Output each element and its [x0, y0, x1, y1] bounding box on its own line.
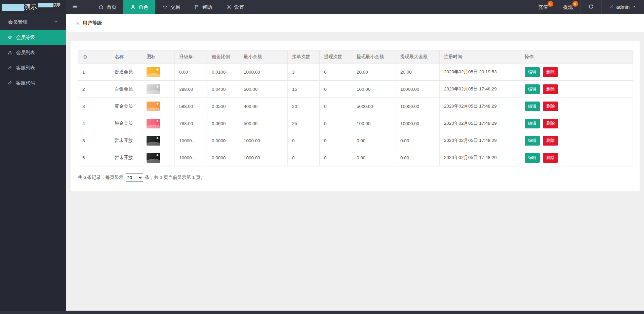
- nav-item-label: 角色: [138, 4, 148, 10]
- top-navbar: 演示 演示 首页角色交易帮助设置 充值0提现0admin: [0, 0, 644, 14]
- cell-upgrade: 588.00: [175, 98, 207, 115]
- refresh-button[interactable]: [580, 0, 601, 14]
- chevron-down-icon: [53, 19, 58, 25]
- sidebar-item-member-list[interactable]: 会员列表: [0, 45, 66, 60]
- cell-orders: 0: [288, 132, 320, 149]
- cell-name: 暂未开放: [110, 132, 142, 149]
- edit-button[interactable]: 编辑: [525, 84, 540, 94]
- cell-id: 1: [78, 64, 110, 81]
- cell-icon: ◆: [142, 115, 175, 132]
- edit-button[interactable]: 编辑: [525, 119, 540, 128]
- cell-actions: 编辑删除: [520, 132, 633, 149]
- sidebar-group-label: 会员管理: [8, 19, 28, 25]
- bottom-bar: [0, 311, 644, 314]
- level-card-icon: ◆: [147, 102, 160, 111]
- delete-button[interactable]: 删除: [543, 153, 558, 163]
- cell-reg_time: 2020年02月05日 17:48:29: [440, 115, 520, 132]
- cell-max_withdraw: 10000.00: [396, 81, 440, 98]
- navbar-recharge-button[interactable]: 充值0: [531, 0, 556, 14]
- sidebar-item-label: 客服代码: [16, 80, 35, 86]
- level-card-icon: ◆: [147, 67, 160, 77]
- nav-item-help[interactable]: 帮助: [187, 0, 219, 14]
- nav-menu: 首页角色交易帮助设置: [91, 0, 251, 14]
- navbar-withdraw-button[interactable]: 提现0: [556, 0, 580, 14]
- column-header-7: 提现次数: [320, 50, 352, 64]
- cell-actions: 编辑删除: [520, 98, 633, 115]
- member-level-table: ID名称图标升级条...佣金比例最小余额接单次数提现次数提现最小金额提现最大金额…: [78, 50, 633, 166]
- double-chevron-right-icon: »: [76, 20, 79, 26]
- cell-commission: 0.0000: [207, 132, 239, 149]
- cell-min_withdraw: 0.00: [352, 149, 396, 166]
- delete-button[interactable]: 删除: [543, 119, 558, 128]
- sidebar-item-service-code[interactable]: 客服代码: [0, 75, 66, 90]
- nav-item-home[interactable]: 首页: [91, 0, 123, 14]
- user-icon: [130, 4, 136, 10]
- delete-button[interactable]: 删除: [543, 136, 558, 146]
- cell-orders: 15: [288, 81, 320, 98]
- nav-item-role[interactable]: 角色: [123, 0, 155, 14]
- cell-upgrade: 10000....: [175, 132, 207, 149]
- cell-commission: 0.0500: [207, 98, 239, 115]
- edit-button[interactable]: 编辑: [525, 153, 540, 163]
- cell-min_balance: 500.00: [239, 81, 288, 98]
- edit-button[interactable]: 编辑: [525, 102, 540, 111]
- cell-name: 普通会员: [110, 64, 142, 81]
- cell-reg_time: 2020年02月05日 17:48:29: [440, 132, 520, 149]
- column-header-10: 注册时间: [440, 50, 520, 64]
- table-header: ID名称图标升级条...佣金比例最小余额接单次数提现次数提现最小金额提现最大金额…: [78, 50, 633, 64]
- gear-icon: [226, 4, 232, 10]
- cell-reg_time: 2020年02月05日 17:48:29: [440, 81, 520, 98]
- link-icon: [7, 65, 12, 70]
- nav-item-settings[interactable]: 设置: [219, 0, 251, 14]
- cell-withdraw_count: 0: [320, 81, 352, 98]
- logo-demo-text-large: 演示: [24, 3, 37, 11]
- cell-withdraw_count: 0: [320, 149, 352, 166]
- app-logo: 演示 演示: [0, 0, 66, 14]
- delete-button[interactable]: 删除: [543, 84, 558, 94]
- nav-item-trade[interactable]: 交易: [155, 0, 187, 14]
- cell-icon: ◆: [142, 81, 175, 98]
- cell-actions: 编辑删除: [520, 115, 633, 132]
- cell-min_withdraw: 20.00: [352, 64, 396, 81]
- sidebar-item-member-level[interactable]: 会员等级: [0, 30, 66, 45]
- cell-id: 4: [78, 115, 110, 132]
- sidebar-group-member-management[interactable]: 会员管理: [0, 14, 66, 30]
- person-icon: [609, 4, 614, 10]
- cell-min_withdraw: 100.00: [352, 115, 396, 132]
- edit-button[interactable]: 编辑: [525, 136, 540, 146]
- cell-commission: 0.0400: [207, 81, 239, 98]
- cell-min_balance: 1000.00: [239, 132, 288, 149]
- sidebar-item-service-list[interactable]: 客服列表: [0, 60, 66, 75]
- page-title: 用户等级: [82, 20, 102, 26]
- nav-item-label: 设置: [234, 4, 244, 10]
- cell-upgrade: 0.00: [175, 64, 207, 81]
- cell-min_balance: 500.00: [239, 115, 288, 132]
- nav-item-label: 首页: [107, 4, 116, 10]
- caret-up-icon: [632, 4, 637, 10]
- navbar-right: 充值0提现0admin: [531, 0, 644, 14]
- level-card-icon: ◆: [147, 84, 160, 94]
- table-row: 3黄金会员◆588.000.0500400.002005000.0010000.…: [78, 98, 633, 115]
- refresh-icon: [588, 4, 594, 10]
- per-page-select[interactable]: 20: [126, 173, 143, 182]
- user-menu-button[interactable]: admin: [601, 0, 644, 14]
- cell-min_withdraw: 0.00: [352, 132, 396, 149]
- column-header-5: 最小余额: [239, 50, 288, 64]
- cell-name: 黄金会员: [110, 98, 142, 115]
- edit-button[interactable]: 编辑: [525, 67, 540, 77]
- cell-actions: 编辑删除: [520, 81, 633, 98]
- cell-icon: ◆: [142, 64, 175, 81]
- cell-name: 白银会员: [110, 81, 142, 98]
- sidebar-item-label: 会员等级: [16, 35, 35, 41]
- column-header-4: 佣金比例: [207, 50, 239, 64]
- navbar-item-label: 充值: [538, 4, 548, 10]
- delete-button[interactable]: 删除: [543, 102, 558, 111]
- cell-withdraw_count: 0: [320, 132, 352, 149]
- cell-withdraw_count: 0: [320, 64, 352, 81]
- delete-button[interactable]: 删除: [543, 67, 558, 77]
- sidebar-toggle-button[interactable]: [66, 0, 84, 14]
- withdraw-count-badge: 0: [572, 1, 578, 7]
- hamburger-icon: [72, 3, 78, 11]
- table-row: 6暂未开放◆10000....0.00001000.00000.000.0020…: [78, 149, 633, 166]
- cell-commission: 0.0100: [207, 64, 239, 81]
